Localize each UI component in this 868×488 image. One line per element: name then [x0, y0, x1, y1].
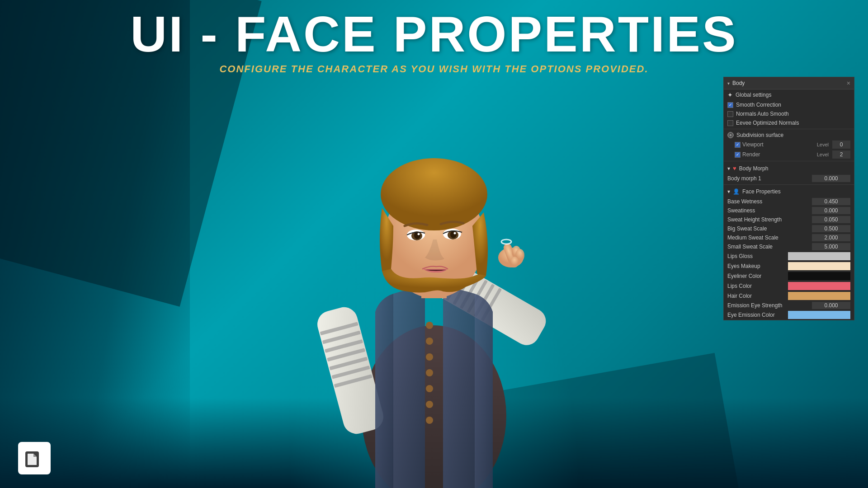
- svg-point-38: [510, 257, 519, 267]
- render-level-value[interactable]: 2: [832, 150, 850, 159]
- svg-point-19: [426, 369, 433, 376]
- render-level-key: Level: [817, 152, 829, 157]
- svg-point-20: [426, 385, 433, 392]
- face-prop-row-0: Base Wetness 0.450: [724, 197, 854, 206]
- character-figure: [303, 99, 565, 488]
- logo-icon: [23, 447, 46, 469]
- face-prop-color-swatch-7[interactable]: [788, 262, 850, 270]
- face-prop-row-9: Lips Color: [724, 281, 854, 291]
- face-prop-color-swatch-10[interactable]: [788, 292, 850, 300]
- face-prop-row-12: Eye Emission Color: [724, 310, 854, 320]
- svg-point-28: [414, 232, 420, 239]
- face-prop-color-swatch-8[interactable]: [788, 272, 850, 280]
- face-prop-color-swatch-12[interactable]: [788, 311, 850, 319]
- face-properties-section-header[interactable]: ▾ 👤 Face Properties: [724, 186, 854, 197]
- svg-point-21: [426, 401, 433, 408]
- body-morph-section-header[interactable]: ▾ ♥ Body Morph: [724, 163, 854, 174]
- face-prop-value-11[interactable]: 0.000: [812, 302, 850, 309]
- face-prop-value-2[interactable]: 0.050: [812, 216, 850, 223]
- face-prop-value-1[interactable]: 0.000: [812, 207, 850, 214]
- face-prop-value-4[interactable]: 2.000: [812, 234, 850, 241]
- viewport-level-value[interactable]: 0: [832, 141, 850, 149]
- viewport-label: Viewport: [742, 141, 815, 148]
- logo-box: [18, 442, 51, 474]
- face-prop-color-swatch-6[interactable]: [788, 252, 850, 260]
- svg-point-29: [418, 233, 420, 235]
- face-prop-row-5: Small Sweat Scale 5.000: [724, 242, 854, 251]
- global-settings-row: ✦ Global settings: [724, 89, 854, 100]
- face-prop-value-5[interactable]: 5.000: [812, 243, 850, 250]
- face-prop-label-4: Medium Sweat Scale: [727, 235, 810, 241]
- body-morph-1-value[interactable]: 0.000: [812, 175, 850, 182]
- logo-area: [18, 442, 51, 474]
- face-prop-color-label-8: Eyeliner Color: [727, 273, 786, 279]
- body-morph-collapse-icon: ▾: [727, 165, 730, 172]
- body-collapse-icon[interactable]: ▾: [727, 81, 730, 86]
- face-properties-person-icon: 👤: [733, 188, 740, 195]
- global-settings-label: Global settings: [736, 92, 771, 98]
- svg-point-32: [450, 231, 457, 238]
- subdivision-icon: [727, 132, 734, 138]
- svg-point-33: [454, 232, 456, 235]
- face-prop-color-label-10: Hair Color: [727, 293, 786, 299]
- divider-3: [724, 184, 854, 185]
- normals-auto-smooth-row: Normals Auto Smooth: [724, 109, 854, 118]
- header: UI - FACE PROPERTIES CONFIGURE THE CHARA…: [0, 9, 868, 75]
- face-prop-value-0[interactable]: 0.450: [812, 198, 850, 205]
- face-prop-label-11: Emission Eye Strength: [727, 302, 810, 309]
- svg-point-18: [426, 353, 433, 361]
- face-prop-label-5: Small Sweat Scale: [727, 244, 810, 250]
- face-prop-label-3: Big Sweat Scale: [727, 225, 810, 232]
- eevee-normals-label: Eevee Optimized Normals: [736, 120, 850, 126]
- viewport-checkbox[interactable]: ✓: [735, 142, 741, 148]
- face-prop-label-0: Base Wetness: [727, 198, 810, 205]
- face-prop-row-2: Sweat Height Strength 0.050: [724, 215, 854, 224]
- face-prop-row-1: Sweatiness 0.000: [724, 206, 854, 215]
- eevee-normals-checkbox[interactable]: [727, 120, 733, 126]
- svg-point-16: [426, 322, 433, 329]
- svg-point-25: [381, 158, 487, 230]
- face-prop-color-label-7: Eyes Makeup: [727, 263, 786, 269]
- body-morph-1-row: Body morph 1 0.000: [724, 174, 854, 183]
- body-morph-label: Body Morph: [739, 165, 769, 172]
- render-label: Render: [742, 151, 815, 158]
- subtitle: CONFIGURE THE CHARACTER AS YOU WISH WITH…: [0, 63, 868, 75]
- normals-auto-smooth-label: Normals Auto Smooth: [736, 111, 850, 117]
- panel-header-left: ▾ Body: [727, 80, 745, 86]
- face-prop-color-label-9: Lips Color: [727, 283, 786, 289]
- face-properties-collapse-icon: ▾: [727, 188, 730, 195]
- divider-2: [724, 161, 854, 161]
- divider-1: [724, 129, 854, 129]
- normals-auto-smooth-checkbox[interactable]: [727, 111, 733, 117]
- eevee-normals-row: Eevee Optimized Normals: [724, 118, 854, 127]
- face-prop-row-3: Big Sweat Scale 0.500: [724, 224, 854, 233]
- face-prop-value-3[interactable]: 0.500: [812, 225, 850, 232]
- render-check-icon: ✓: [736, 152, 740, 157]
- face-prop-row-7: Eyes Makeup: [724, 261, 854, 271]
- svg-point-17: [426, 338, 433, 345]
- face-prop-label-2: Sweat Height Strength: [727, 216, 810, 223]
- face-prop-row-8: Eyeliner Color: [724, 271, 854, 281]
- panel-close-icon[interactable]: ×: [847, 80, 850, 87]
- viewport-row: ✓ Viewport Level 0: [724, 140, 854, 150]
- face-properties-rows: Base Wetness 0.450 Sweatiness 0.000 Swea…: [724, 197, 854, 320]
- body-morph-heart-icon: ♥: [733, 165, 736, 172]
- face-prop-label-1: Sweatiness: [727, 207, 810, 214]
- render-row: ✓ Render Level 2: [724, 150, 854, 160]
- face-prop-row-10: Hair Color: [724, 291, 854, 301]
- viewport-check-icon: ✓: [736, 142, 740, 147]
- svg-point-22: [426, 417, 433, 424]
- smooth-correction-label: Smooth Correction: [736, 102, 850, 108]
- face-prop-color-label-6: Lips Gloss: [727, 253, 786, 259]
- panel-header: ▾ Body ×: [724, 77, 854, 89]
- svg-point-44: [729, 134, 731, 136]
- face-prop-row-11: Emission Eye Strength 0.000: [724, 301, 854, 310]
- smooth-correction-checkbox[interactable]: ✓: [727, 102, 733, 108]
- viewport-level-key: Level: [817, 142, 829, 147]
- smooth-correction-row: ✓ Smooth Correction: [724, 100, 854, 109]
- render-checkbox[interactable]: ✓: [735, 152, 741, 158]
- face-prop-color-label-12: Eye Emission Color: [727, 312, 786, 318]
- body-morph-1-label: Body morph 1: [727, 175, 810, 182]
- face-prop-color-swatch-9[interactable]: [788, 282, 850, 290]
- body-label: Body: [732, 80, 745, 86]
